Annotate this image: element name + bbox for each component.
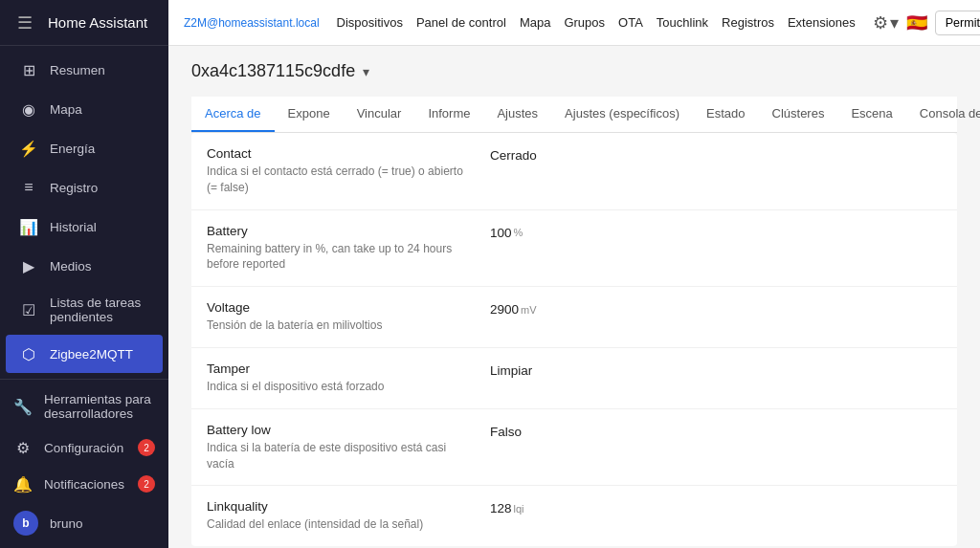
gear-chevron-icon: ▾ [890,12,899,33]
tabs-bar: Acerca deExponeVincularInformeAjustesAju… [191,97,957,133]
topbar-nav-touchlink[interactable]: Touchlink [655,11,710,33]
tab-ajustes[interactable]: Ajustes [483,97,551,132]
prop-desc-contact: Indica si el contacto está cerrado (= tr… [207,164,475,196]
prop-unit-voltage: mV [521,304,537,316]
prop-value-battery: 100 % [490,224,523,240]
gear-button[interactable]: ⚙ ▾ [873,12,899,33]
sidebar-footer-item-configuracion[interactable]: ⚙ Configuración 2 [0,429,168,466]
sidebar-footer-label-notificaciones: Notificaciones [44,477,124,492]
prop-row-voltage: Voltage Tensión de la batería en milivol… [191,287,957,348]
permit-join-label: Permitir unirse desde (Coordinator) [946,16,980,30]
prop-desc-battery_low: Indica si la batería de este dispositivo… [207,440,475,472]
sidebar-footer-item-notificaciones[interactable]: 🔔 Notificaciones 2 [0,466,168,502]
prop-value-linkquality: 128 lqi [490,499,524,515]
tab-vincular[interactable]: Vincular [344,97,415,132]
topbar-nav-ota[interactable]: OTA [616,11,645,33]
sidebar-item-historial[interactable]: 📊 Historial [6,208,163,246]
registro-icon: ≡ [19,178,38,197]
prop-name-battery: Battery [207,224,475,238]
sidebar-item-label-mapa: Mapa [50,102,82,117]
sidebar-item-label-zigbee: Zigbee2MQTT [50,347,133,362]
prop-row-battery_low: Battery low Indica si la batería de este… [191,409,957,487]
prop-row-contact: Contact Indica si el contacto está cerra… [191,133,957,210]
sidebar-item-mapa[interactable]: ◉ Mapa [6,90,163,128]
notificaciones-icon: 🔔 [13,474,33,493]
sidebar-item-resumen[interactable]: ⊞ Resumen [6,51,163,89]
configuracion-icon: ⚙ [13,438,33,457]
resumen-icon: ⊞ [19,60,38,79]
energia-icon: ⚡ [19,139,38,158]
tab-escena[interactable]: Escena [837,97,905,132]
prop-name-linkquality: Linkquality [207,499,475,514]
prop-name-battery_low: Battery low [207,423,475,437]
tab-clusteres[interactable]: Clústeres [759,97,838,132]
device-header: 0xa4c1387115c9cdfe ▾ [191,61,957,81]
topbar-nav-panel[interactable]: Panel de control [414,11,508,33]
tab-acerca[interactable]: Acerca de [191,97,275,132]
topbar: Z2M@homeassistant.local DispositivosPane… [168,0,980,46]
prop-info-contact: Contact Indica si el contacto está cerra… [207,146,475,196]
prop-desc-battery: Remaining battery in %, can take up to 2… [207,241,475,274]
sidebar-item-energia[interactable]: ⚡ Energía [6,129,163,167]
prop-info-linkquality: Linkquality Calidad del enlace (intensid… [207,499,475,533]
tab-ajustes_esp[interactable]: Ajustes (específicos) [551,97,693,132]
mapa-icon: ◉ [19,99,38,119]
prop-value-contact: Cerrado [490,146,539,163]
sidebar-item-zigbee[interactable]: ⬡ Zigbee2MQTT [6,335,163,373]
prop-row-battery: Battery Remaining battery in %, can take… [191,210,957,288]
historial-icon: 📊 [19,217,38,236]
topbar-nav-registros[interactable]: Registros [720,11,776,33]
listas-icon: ☑ [19,300,38,319]
prop-info-voltage: Voltage Tensión de la batería en milivol… [207,300,475,334]
properties-table: Contact Indica si el contacto está cerra… [191,133,957,546]
prop-name-voltage: Voltage [207,300,475,315]
topbar-nav-mapa[interactable]: Mapa [518,11,553,33]
tab-estado[interactable]: Estado [693,97,758,132]
prop-value-voltage: 2900 mV [490,300,537,317]
sidebar-item-label-registro: Registro [50,181,98,195]
sidebar-nav: ⊞ Resumen ◉ Mapa ⚡ Energía ≡ Registro 📊 … [0,46,168,379]
topbar-nav: DispositivosPanel de controlMapaGruposOT… [335,11,858,33]
sidebar-header: ☰ Home Assistant [0,0,168,46]
z2m-link[interactable]: Z2M@homeassistant.local [184,16,320,30]
sidebar: ☰ Home Assistant ⊞ Resumen ◉ Mapa ⚡ Ener… [0,0,168,548]
prop-name-contact: Contact [207,146,475,161]
sidebar-item-label-historial: Historial [50,220,97,234]
topbar-nav-dispositivos[interactable]: Dispositivos [335,11,405,33]
topbar-nav-extensiones[interactable]: Extensiones [786,11,858,33]
sidebar-footer-label-configuracion: Configuración [44,441,123,455]
prop-desc-tamper: Indica si el dispositivo está forzado [207,379,475,395]
language-flag[interactable]: 🇪🇸 [906,12,927,33]
sidebar-footer-item-usuario[interactable]: b bruno [0,502,168,544]
sidebar-footer-item-herramientas[interactable]: 🔧 Herramientas para desarrolladores [0,384,168,429]
sidebar-item-label-resumen: Resumen [50,63,105,77]
prop-row-linkquality: Linkquality Calidad del enlace (intensid… [191,486,957,546]
topbar-nav-grupos[interactable]: Grupos [562,11,607,33]
prop-info-battery_low: Battery low Indica si la batería de este… [207,423,475,472]
prop-value-tamper: Limpiar [490,362,534,378]
zigbee-icon: ⬡ [19,344,38,363]
sidebar-item-registro[interactable]: ≡ Registro [6,168,163,207]
prop-unit-linkquality: lqi [514,503,524,515]
tab-consola[interactable]: Consola de desarrollo [906,97,980,132]
prop-value-battery_low: Falso [490,423,523,439]
badge-configuracion: 2 [138,439,155,456]
prop-desc-linkquality: Calidad del enlace (intensidad de la señ… [207,516,475,533]
content-area: 0xa4c1387115c9cdfe ▾ Acerca deExponeVinc… [168,46,980,548]
sidebar-item-label-energia: Energía [50,142,95,156]
user-label: bruno [50,516,83,531]
menu-icon[interactable]: ☰ [11,10,38,36]
tab-expone[interactable]: Expone [275,97,344,132]
prop-desc-voltage: Tensión de la batería en milivoltios [207,318,475,334]
sidebar-footer-label-herramientas: Herramientas para desarrolladores [44,392,155,421]
sidebar-footer: 🔧 Herramientas para desarrolladores ⚙ Co… [0,379,168,548]
sidebar-item-label-medios: Medios [50,259,92,274]
permit-join-button[interactable]: Permitir unirse desde (Coordinator) ▾ [935,11,980,35]
main-content: Z2M@homeassistant.local DispositivosPane… [168,0,980,548]
sidebar-item-medios[interactable]: ▶ Medios [6,247,163,285]
device-dropdown-icon[interactable]: ▾ [363,64,369,79]
tab-informe[interactable]: Informe [414,97,483,132]
prop-info-tamper: Tamper Indica si el dispositivo está for… [207,362,475,395]
sidebar-item-listas[interactable]: ☑ Listas de tareas pendientes [6,286,163,334]
prop-row-tamper: Tamper Indica si el dispositivo está for… [191,348,957,409]
